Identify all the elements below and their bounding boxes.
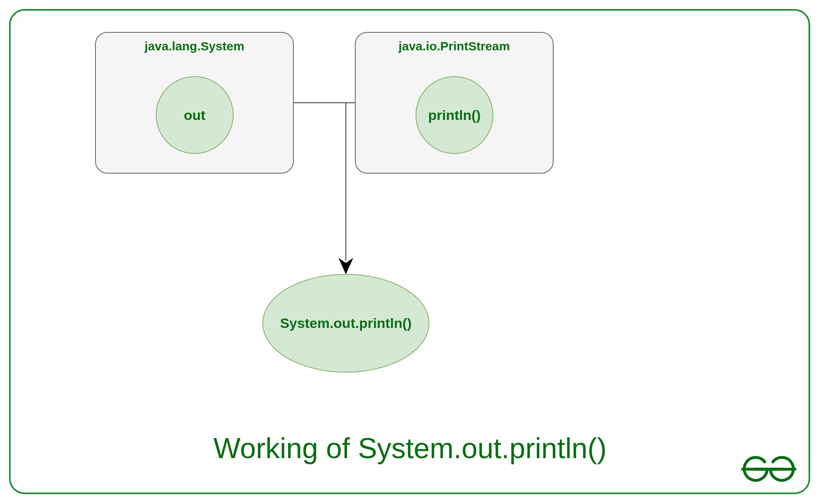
class-box-system: java.lang.System out: [95, 32, 294, 174]
class-title-system: java.lang.System: [96, 39, 293, 53]
diagram-title: Working of System.out.println(): [0, 432, 820, 465]
method-circle-println-label: println(): [428, 107, 481, 123]
geeksforgeeks-logo-icon: [740, 453, 797, 486]
connector-vertical: [345, 102, 346, 260]
class-box-printstream: java.io.PrintStream println(): [355, 32, 554, 174]
member-circle-out-label: out: [184, 107, 206, 123]
result-ellipse: System.out.println(): [262, 274, 429, 373]
arrowhead-icon: [338, 256, 354, 274]
class-title-printstream: java.io.PrintStream: [356, 39, 553, 53]
svg-marker-0: [338, 258, 353, 274]
result-ellipse-label: System.out.println(): [280, 315, 411, 331]
member-circle-out: out: [156, 76, 234, 154]
method-circle-println: println(): [416, 76, 493, 154]
